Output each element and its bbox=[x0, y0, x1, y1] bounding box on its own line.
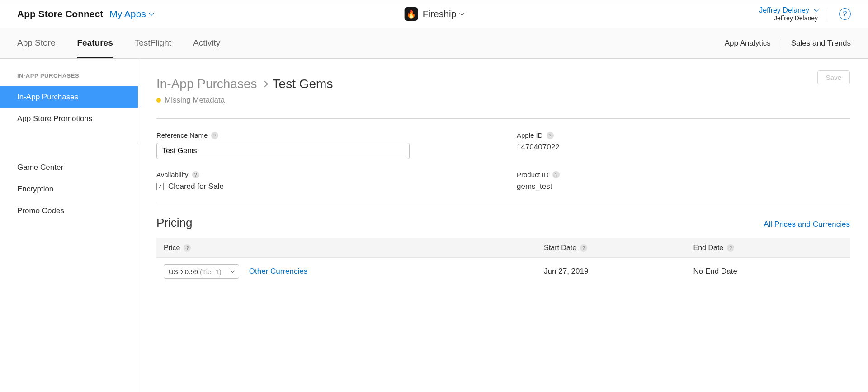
apple-id-value: 1470407022 bbox=[517, 143, 850, 152]
user-dropdown[interactable]: Jeffrey Delaney bbox=[759, 6, 818, 14]
chevron-right-icon bbox=[262, 81, 268, 87]
content: In-App Purchases Test Gems Save Missing … bbox=[138, 59, 868, 392]
chevron-down-icon bbox=[814, 7, 819, 12]
pricing-table: Price ? Start Date ? End Date ? USD 0.99… bbox=[156, 238, 850, 285]
pricing-table-row: USD 0.99 (Tier 1) Other Currencies Jun 2… bbox=[156, 258, 850, 285]
app-icon: 🔥 bbox=[405, 7, 418, 21]
top-right: Jeffrey Delaney Jeffrey Delaney ? bbox=[759, 6, 851, 22]
status-text: Missing Metadata bbox=[165, 96, 225, 105]
fire-icon: 🔥 bbox=[406, 9, 416, 19]
app-selector[interactable]: 🔥 Fireship bbox=[405, 7, 464, 21]
all-prices-link[interactable]: All Prices and Currencies bbox=[764, 220, 850, 229]
breadcrumb-current: Test Gems bbox=[273, 77, 333, 91]
form-row-1: Reference Name ? Apple ID ? 1470407022 bbox=[156, 131, 850, 159]
info-icon[interactable]: ? bbox=[192, 171, 199, 178]
divider bbox=[781, 39, 781, 48]
divider bbox=[156, 118, 850, 119]
breadcrumb: In-App Purchases Test Gems bbox=[156, 77, 850, 91]
product-id-value: gems_test bbox=[517, 182, 850, 191]
form-row-2: Availability ? ✓ Cleared for Sale Produc… bbox=[156, 171, 850, 191]
sidebar-item-game-center[interactable]: Game Center bbox=[0, 157, 138, 178]
start-date-cell: Jun 27, 2019 bbox=[544, 267, 693, 276]
main: IN-APP PURCHASES In-App Purchases App St… bbox=[0, 59, 868, 392]
user-org: Jeffrey Delaney bbox=[759, 14, 818, 22]
info-icon[interactable]: ? bbox=[552, 171, 560, 178]
sidebar: IN-APP PURCHASES In-App Purchases App St… bbox=[0, 59, 138, 392]
info-icon[interactable]: ? bbox=[211, 132, 218, 139]
tab-bar: App Store Features TestFlight Activity A… bbox=[0, 28, 868, 59]
brand-title: App Store Connect bbox=[17, 9, 103, 19]
sidebar-item-encryption[interactable]: Encryption bbox=[0, 178, 138, 200]
availability-block: Availability ? ✓ Cleared for Sale bbox=[156, 171, 490, 191]
my-apps-label: My Apps bbox=[109, 9, 146, 19]
other-currencies-link[interactable]: Other Currencies bbox=[249, 267, 307, 276]
pricing-table-header: Price ? Start Date ? End Date ? bbox=[156, 238, 850, 258]
my-apps-dropdown[interactable]: My Apps bbox=[109, 9, 153, 19]
tab-app-store[interactable]: App Store bbox=[17, 28, 56, 58]
sidebar-separator bbox=[0, 130, 138, 143]
divider bbox=[156, 203, 850, 203]
app-name-label: Fireship bbox=[423, 9, 457, 19]
tab-features[interactable]: Features bbox=[77, 28, 113, 58]
top-bar: App Store Connect My Apps 🔥 Fireship Jef… bbox=[0, 0, 868, 28]
cleared-for-sale-checkbox[interactable]: ✓ bbox=[156, 183, 164, 190]
apple-id-label: Apple ID ? bbox=[517, 131, 850, 139]
save-button[interactable]: Save bbox=[817, 70, 850, 84]
product-id-block: Product ID ? gems_test bbox=[517, 171, 850, 191]
info-icon[interactable]: ? bbox=[547, 132, 554, 139]
divider bbox=[826, 8, 826, 20]
reference-name-label: Reference Name ? bbox=[156, 131, 490, 139]
product-id-label: Product ID ? bbox=[517, 171, 850, 178]
cleared-for-sale-label: Cleared for Sale bbox=[168, 182, 224, 191]
info-icon[interactable]: ? bbox=[580, 244, 587, 252]
pricing-header: Pricing All Prices and Currencies bbox=[156, 216, 850, 230]
sidebar-item-promo-codes[interactable]: Promo Codes bbox=[0, 200, 138, 222]
col-start: Start Date ? bbox=[544, 244, 693, 252]
reference-name-input[interactable] bbox=[156, 143, 410, 159]
chevron-down-icon bbox=[459, 10, 464, 15]
pricing-title: Pricing bbox=[156, 216, 192, 230]
top-left: App Store Connect My Apps bbox=[17, 9, 153, 19]
tab-activity[interactable]: Activity bbox=[193, 28, 220, 58]
sidebar-item-iap[interactable]: In-App Purchases bbox=[0, 86, 138, 108]
cleared-for-sale-row: ✓ Cleared for Sale bbox=[156, 182, 490, 191]
col-end: End Date ? bbox=[693, 244, 843, 252]
link-sales-trends[interactable]: Sales and Trends bbox=[791, 39, 851, 48]
price-value: USD 0.99 bbox=[169, 268, 198, 275]
tab-testflight[interactable]: TestFlight bbox=[135, 28, 171, 58]
col-price: Price ? bbox=[164, 244, 544, 252]
help-icon[interactable]: ? bbox=[839, 8, 851, 20]
chevron-down-icon bbox=[149, 10, 154, 15]
divider bbox=[226, 267, 226, 275]
end-date-cell: No End Date bbox=[693, 267, 843, 276]
user-block: Jeffrey Delaney Jeffrey Delaney bbox=[759, 6, 818, 22]
availability-label: Availability ? bbox=[156, 171, 490, 178]
apple-id-block: Apple ID ? 1470407022 bbox=[517, 131, 850, 159]
info-icon[interactable]: ? bbox=[727, 244, 734, 252]
tab-right-links: App Analytics Sales and Trends bbox=[725, 28, 851, 58]
sidebar-group-header: IN-APP PURCHASES bbox=[0, 72, 138, 86]
reference-name-block: Reference Name ? bbox=[156, 131, 490, 159]
price-tier: (Tier 1) bbox=[200, 268, 222, 275]
status-dot-icon bbox=[156, 98, 161, 103]
sidebar-item-promotions[interactable]: App Store Promotions bbox=[0, 108, 138, 130]
user-name: Jeffrey Delaney bbox=[759, 6, 809, 14]
info-icon[interactable]: ? bbox=[184, 244, 191, 252]
status-row: Missing Metadata bbox=[156, 96, 850, 105]
chevron-down-icon bbox=[230, 269, 235, 273]
price-tier-select[interactable]: USD 0.99 (Tier 1) bbox=[164, 264, 239, 279]
breadcrumb-parent[interactable]: In-App Purchases bbox=[156, 77, 257, 91]
link-app-analytics[interactable]: App Analytics bbox=[725, 39, 771, 48]
app-name-dropdown: Fireship bbox=[423, 9, 464, 19]
price-cell: USD 0.99 (Tier 1) Other Currencies bbox=[164, 264, 544, 279]
